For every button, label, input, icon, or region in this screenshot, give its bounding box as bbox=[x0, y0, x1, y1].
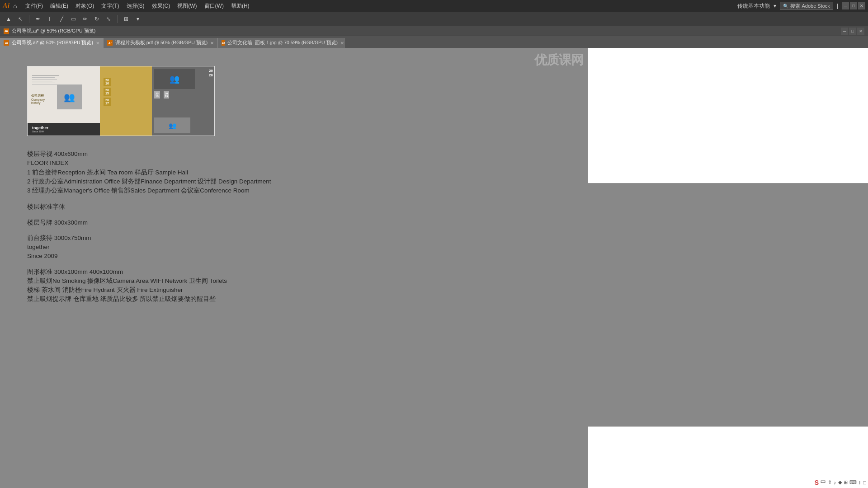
preview-lines bbox=[32, 75, 59, 86]
ime-keyboard-icon: ⌨ bbox=[849, 479, 857, 485]
menu-view[interactable]: 视图(W) bbox=[174, 1, 200, 11]
search-label: 搜索 Adobe Stock bbox=[790, 3, 830, 9]
home-icon: ⌂ bbox=[13, 2, 17, 9]
menu-file[interactable]: 文件(F) bbox=[22, 1, 47, 11]
ime-toolbar: S 中 ⇧ ♪ ◆ ⊞ ⌨ T □ bbox=[815, 479, 866, 486]
preview-company-text: 公司历程 Company history bbox=[31, 94, 45, 104]
maximize-button[interactable]: □ bbox=[850, 2, 857, 9]
tool-rect[interactable]: ▭ bbox=[68, 14, 78, 24]
graphics-items: 禁止吸烟No Smoking 摄像区域Camera Area WIFI Netw… bbox=[27, 277, 841, 286]
toolbar: ▲ ↖ ✒ T ╱ ▭ ✏ ↻ ⤡ ⊞ ▾ bbox=[0, 12, 868, 26]
toolbar-divider-1 bbox=[29, 15, 29, 23]
ime-t-icon: T bbox=[859, 480, 862, 485]
separator-bar: | bbox=[837, 3, 838, 9]
right-panel-bottom: S 中 ⇧ ♪ ◆ ⊞ ⌨ T □ bbox=[588, 427, 868, 488]
graphics-note: 禁止吸烟提示牌 仓库重地 纸质品比较多 所以禁止吸烟要做的醒目些 bbox=[27, 295, 841, 304]
toolbar-divider-2 bbox=[117, 15, 118, 23]
tool-type[interactable]: T bbox=[45, 14, 55, 24]
tool-arrow[interactable]: ▲ bbox=[4, 14, 14, 24]
main-area: 👥 公司历程 Company history together Since 20… bbox=[0, 48, 868, 488]
tabs-bar: Ai 公司导视.ai* @ 50% (RGB/GPU 预览) ✕ Ai 课程片头… bbox=[0, 36, 868, 48]
doc-title: 公司导视.ai* @ 50% (RGB/GPU 预览) bbox=[12, 28, 95, 34]
menu-select[interactable]: 选择(S) bbox=[123, 1, 148, 11]
ime-zh-icon[interactable]: 中 bbox=[821, 479, 826, 486]
preview-right-dark: 2020 👥 2018 2019 👥 bbox=[152, 66, 215, 136]
menu-help[interactable]: 帮助(H) bbox=[227, 1, 253, 11]
floor-sign: 楼层号牌 300x300mm bbox=[27, 218, 841, 227]
preview-together: together Since 2009 bbox=[28, 123, 109, 136]
doc-minimize[interactable]: ─ bbox=[841, 28, 848, 35]
preview-middle-gold: 2016 2015 2017 bbox=[100, 66, 152, 136]
menu-effect[interactable]: 效果(C) bbox=[148, 1, 174, 11]
layout-icon[interactable]: ⊞ bbox=[121, 14, 131, 24]
tab-1[interactable]: Ai 课程片头模板.pdf @ 50% (RGB/GPU 预览) ✕ bbox=[104, 38, 218, 48]
preview-photo: 👥 bbox=[57, 84, 82, 109]
close-button[interactable]: ✕ bbox=[858, 2, 865, 9]
tab-2-icon: Ai bbox=[222, 40, 225, 46]
workspace-label[interactable]: 传统基本功能 bbox=[737, 2, 770, 10]
tool-pen[interactable]: ✒ bbox=[33, 14, 43, 24]
font-title: 楼层标准字体 bbox=[27, 202, 841, 211]
doc-preview: 👥 公司历程 Company history together Since 20… bbox=[27, 66, 215, 136]
workspace-chevron: ▾ bbox=[774, 3, 776, 9]
tool-scale[interactable]: ⤡ bbox=[104, 14, 113, 24]
app-logo: Ai bbox=[3, 2, 9, 10]
doc-window-controls: ─ □ ✕ bbox=[841, 28, 864, 35]
search-box[interactable]: 🔍 搜索 Adobe Stock bbox=[780, 2, 833, 10]
tool-rotate[interactable]: ↻ bbox=[92, 14, 102, 24]
tool-line[interactable]: ╱ bbox=[57, 14, 66, 24]
menu-text[interactable]: 文字(T) bbox=[98, 1, 123, 11]
tab-2-close[interactable]: ✕ bbox=[340, 41, 344, 46]
tool-direct[interactable]: ↖ bbox=[15, 14, 25, 24]
doc-close[interactable]: ✕ bbox=[857, 28, 864, 35]
graphics-items2: 楼梯 茶水间 消防栓Fire Hydrant 灭火器 Fire Extingui… bbox=[27, 286, 841, 295]
tab-0-close[interactable]: ✕ bbox=[96, 41, 99, 46]
window-controls: ─ □ ✕ bbox=[842, 2, 865, 9]
menu-object[interactable]: 对象(O) bbox=[72, 1, 98, 11]
menu-bar: Ai ⌂ 文件(F) 编辑(E) 对象(O) 文字(T) 选择(S) 效果(C)… bbox=[0, 0, 868, 12]
reception-together: together bbox=[27, 243, 841, 252]
tab-1-label: 课程片头模板.pdf @ 50% (RGB/GPU 预览) bbox=[115, 40, 208, 46]
reception-title: 前台接待 3000x750mm bbox=[27, 234, 841, 243]
ime-diamond-icon: ◆ bbox=[838, 479, 842, 485]
tab-2-label: 公司文化墙_面板 1.jpg @ 70.59% (RGB/GPU 预览) bbox=[227, 40, 338, 46]
doc-maximize[interactable]: □ bbox=[849, 28, 856, 35]
floor3: 3 经理办公室Manager's Office 销售部Sales Departm… bbox=[27, 186, 841, 195]
layout-chevron[interactable]: ▾ bbox=[133, 14, 143, 24]
right-panel-top bbox=[588, 48, 868, 183]
doc-tab-icon: Ai bbox=[4, 28, 9, 34]
ime-square-icon: □ bbox=[863, 480, 866, 485]
minimize-button[interactable]: ─ bbox=[842, 2, 849, 9]
reception-since: Since 2009 bbox=[27, 252, 841, 261]
search-icon: 🔍 bbox=[783, 4, 788, 9]
ime-shift-icon: ⇧ bbox=[828, 479, 832, 485]
menu-edit[interactable]: 编辑(E) bbox=[47, 1, 72, 11]
tab-1-close[interactable]: ✕ bbox=[210, 41, 214, 46]
ime-note-icon: ♪ bbox=[834, 480, 836, 485]
menu-right: 传统基本功能 ▾ 🔍 搜索 Adobe Stock | ─ □ ✕ bbox=[737, 2, 865, 10]
graphics-title: 图形标准 300x100mm 400x100mm bbox=[27, 267, 841, 277]
tab-0-icon: Ai bbox=[4, 40, 9, 46]
ime-s-icon[interactable]: S bbox=[815, 479, 819, 486]
ime-grid-icon: ⊞ bbox=[844, 479, 848, 485]
tab-0[interactable]: Ai 公司导视.ai* @ 50% (RGB/GPU 预览) ✕ bbox=[0, 38, 104, 48]
tab-0-label: 公司导视.ai* @ 50% (RGB/GPU 预览) bbox=[12, 40, 93, 46]
tab-2[interactable]: Ai 公司文化墙_面板 1.jpg @ 70.59% (RGB/GPU 预览) … bbox=[218, 38, 344, 48]
menu-window[interactable]: 窗口(W) bbox=[201, 1, 227, 11]
tool-brush[interactable]: ✏ bbox=[80, 14, 90, 24]
tab-1-icon: Ai bbox=[107, 40, 113, 46]
